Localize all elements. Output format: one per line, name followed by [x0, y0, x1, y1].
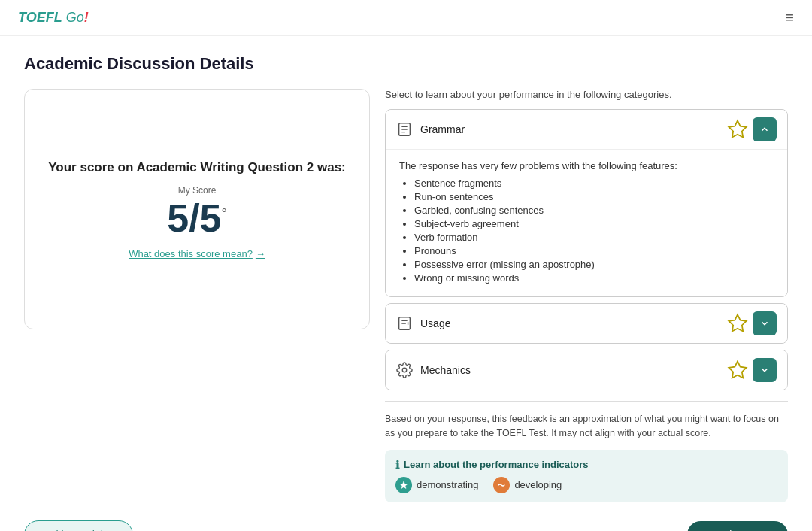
- score-denominator: /5: [189, 196, 221, 240]
- developing-indicator: developing: [493, 477, 562, 493]
- app-header: TOEFL Go! ≡: [0, 0, 812, 36]
- usage-star-icon[interactable]: [727, 313, 748, 334]
- mechanics-star-icon[interactable]: [727, 360, 748, 381]
- feedback-text: Based on your response, this feedback is…: [385, 412, 788, 441]
- grammar-features-list: Sentence fragments Run-on sentences Garb…: [399, 178, 774, 284]
- writing-insights-button[interactable]: Writing Insights: [24, 520, 133, 532]
- usage-header[interactable]: Usage: [386, 304, 787, 343]
- mechanics-header[interactable]: Mechanics: [386, 350, 787, 390]
- demonstrating-indicator: demonstrating: [395, 477, 478, 493]
- grammar-toggle-button[interactable]: [753, 117, 777, 141]
- usage-header-left: Usage: [396, 315, 450, 332]
- grammar-feature-item: Garbled, confusing sentences: [414, 205, 774, 216]
- chevron-down-icon: [759, 318, 770, 329]
- grammar-feature-item: Sentence fragments: [414, 178, 774, 189]
- chevron-up-icon: [759, 124, 770, 135]
- mechanics-actions: [727, 358, 777, 382]
- mechanics-gear-icon: [396, 362, 413, 378]
- svg-marker-12: [400, 481, 408, 489]
- usage-label: Usage: [420, 317, 450, 329]
- grammar-feature-item: Subject-verb agreement: [414, 218, 774, 229]
- grammar-header[interactable]: Grammar: [386, 110, 787, 149]
- usage-actions: [727, 311, 777, 335]
- grammar-star-icon[interactable]: [727, 119, 748, 140]
- developing-label: developing: [514, 479, 562, 490]
- score-numerator: 5: [167, 196, 189, 240]
- grammar-expanded-content: The response has very few problems with …: [386, 149, 787, 296]
- score-heading: Your score on Academic Writing Question …: [48, 159, 346, 177]
- grammar-label: Grammar: [420, 123, 465, 135]
- usage-doc-icon: [396, 315, 413, 332]
- mechanics-chevron-down-icon: [759, 365, 770, 375]
- svg-marker-4: [729, 120, 746, 137]
- score-superscript: °: [222, 206, 227, 221]
- logo-toefl: TOEFL: [18, 10, 62, 25]
- panel-prompt: Select to learn about your performance i…: [385, 89, 788, 100]
- performance-indicators: demonstrating developing: [395, 477, 777, 493]
- grammar-feature-item: Possessive error (missing an apostrophe): [414, 259, 774, 270]
- grammar-feature-item: Wrong or missing words: [414, 272, 774, 284]
- info-icon: ℹ: [395, 459, 399, 471]
- grammar-doc-icon: [396, 121, 413, 138]
- score-display: 5/5°: [167, 199, 227, 238]
- score-meaning-link[interactable]: What does this score mean? →: [129, 248, 265, 259]
- logo-go: Go: [66, 10, 84, 25]
- grammar-feature-item: Pronouns: [414, 245, 774, 256]
- demonstrating-badge: [395, 477, 412, 493]
- hamburger-menu[interactable]: ≡: [785, 9, 794, 26]
- performance-title: ℹ Learn about the performance indicators: [395, 459, 777, 471]
- developing-icon: [497, 481, 506, 490]
- grammar-feature-item: Verb formation: [414, 232, 774, 243]
- grammar-feature-item: Run-on sentences: [414, 191, 774, 202]
- demonstrating-label: demonstrating: [417, 479, 478, 490]
- section-divider: [385, 401, 788, 402]
- practice-more-button[interactable]: Practice More: [687, 521, 788, 532]
- usage-toggle-button[interactable]: [753, 311, 777, 335]
- mechanics-header-left: Mechanics: [396, 362, 471, 378]
- app-logo: TOEFL Go!: [18, 10, 89, 26]
- developing-badge: [493, 477, 510, 493]
- grammar-actions: [727, 117, 777, 141]
- mechanics-toggle-button[interactable]: [753, 358, 777, 382]
- grammar-category: Grammar The response has: [385, 109, 788, 297]
- grammar-intro: The response has very few problems with …: [399, 160, 774, 171]
- performance-box: ℹ Learn about the performance indicators…: [385, 450, 788, 502]
- usage-category: Usage: [385, 303, 788, 344]
- demonstrating-icon: [399, 481, 408, 490]
- mechanics-category: Mechanics: [385, 350, 788, 390]
- svg-point-10: [402, 368, 407, 372]
- bottom-actions: Writing Insights Practice More: [24, 520, 788, 532]
- mechanics-label: Mechanics: [420, 364, 471, 376]
- svg-marker-9: [729, 314, 746, 331]
- right-panel: Select to learn about your performance i…: [385, 89, 788, 502]
- score-card: Your score on Academic Writing Question …: [24, 89, 370, 329]
- my-score-label: My Score: [178, 185, 217, 196]
- svg-marker-11: [729, 361, 746, 378]
- page-title: Academic Discussion Details: [24, 54, 788, 74]
- grammar-header-left: Grammar: [396, 121, 465, 138]
